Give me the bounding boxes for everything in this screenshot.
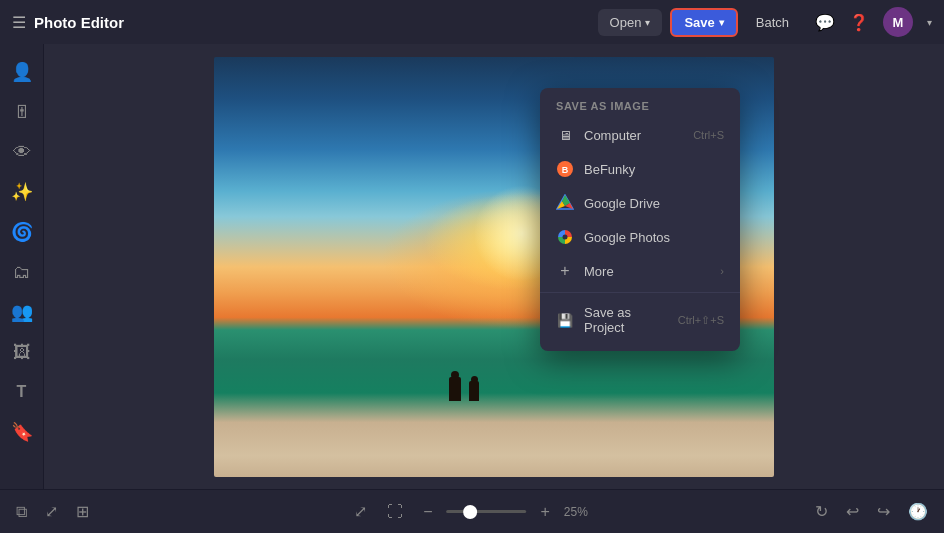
save-more-label: More bbox=[584, 264, 614, 279]
open-chevron-icon: ▾ bbox=[645, 17, 650, 28]
save-label: Save bbox=[684, 15, 714, 30]
sidebar-item-sliders[interactable]: 🎚 bbox=[4, 94, 40, 130]
help-icon[interactable]: ❓ bbox=[849, 13, 869, 32]
gdrive-icon bbox=[556, 194, 574, 212]
open-label: Open bbox=[610, 15, 642, 30]
sidebar-item-frame[interactable]: 🖼 bbox=[4, 334, 40, 370]
save-befunky-item[interactable]: B BeFunky bbox=[540, 152, 740, 186]
plus-icon: + bbox=[556, 262, 574, 280]
grid-icon[interactable]: ⊞ bbox=[72, 498, 93, 525]
save-gphotos-item[interactable]: Google Photos bbox=[540, 220, 740, 254]
save-more-item[interactable]: + More › bbox=[540, 254, 740, 288]
monitor-icon: 🖥 bbox=[556, 126, 574, 144]
gphotos-icon bbox=[556, 228, 574, 246]
zoom-fullscreen-icon[interactable]: ⛶ bbox=[381, 501, 409, 523]
save-gphotos-label: Google Photos bbox=[584, 230, 670, 245]
save-project-icon: 💾 bbox=[556, 311, 574, 329]
hamburger-icon[interactable]: ☰ bbox=[12, 13, 26, 32]
save-befunky-label: BeFunky bbox=[584, 162, 635, 177]
crop-icon[interactable]: ⤢ bbox=[41, 498, 62, 525]
save-button[interactable]: Save ▾ bbox=[670, 8, 737, 37]
save-gdrive-item[interactable]: Google Drive bbox=[540, 186, 740, 220]
avatar[interactable]: M bbox=[883, 7, 913, 37]
bottom-bar: ⧉ ⤢ ⊞ ⤢ ⛶ − + 25% ↻ ↩ ↪ 🕐 bbox=[0, 489, 944, 533]
befunky-icon: B bbox=[556, 160, 574, 178]
svg-point-6 bbox=[563, 235, 568, 240]
more-chevron-icon: › bbox=[720, 265, 724, 277]
history-icon[interactable]: 🕐 bbox=[904, 498, 932, 525]
couple-silhouette bbox=[449, 371, 479, 401]
save-project-shortcut: Ctrl+⇧+S bbox=[678, 314, 724, 327]
refresh-icon[interactable]: ↻ bbox=[811, 498, 832, 525]
person2 bbox=[469, 376, 479, 401]
save-computer-label: Computer bbox=[584, 128, 641, 143]
avatar-dropdown-icon[interactable]: ▾ bbox=[927, 17, 932, 28]
bottom-right-tools: ↻ ↩ ↪ 🕐 bbox=[811, 498, 932, 525]
save-dropdown-menu: Save as Image 🖥 Computer Ctrl+S B BeFunk… bbox=[540, 88, 740, 351]
sidebar-item-person[interactable]: 👤 bbox=[4, 54, 40, 90]
person1 bbox=[449, 371, 461, 401]
sidebar: 👤 🎚 👁 ✨ 🌀 🗂 👥 🖼 T 🔖 bbox=[0, 44, 44, 489]
redo-icon[interactable]: ↪ bbox=[873, 498, 894, 525]
layers-bottom-icon[interactable]: ⧉ bbox=[12, 499, 31, 525]
sidebar-item-sparkle[interactable]: ✨ bbox=[4, 174, 40, 210]
svg-text:B: B bbox=[562, 165, 569, 175]
dropdown-section-title: Save as Image bbox=[540, 96, 740, 118]
header-left: ☰ Photo Editor bbox=[12, 13, 124, 32]
batch-label: Batch bbox=[756, 15, 789, 30]
canvas-area: Save as Image 🖥 Computer Ctrl+S B BeFunk… bbox=[44, 44, 944, 489]
header: ☰ Photo Editor Open ▾ Save ▾ Batch 💬 ❓ M… bbox=[0, 0, 944, 44]
app-title: Photo Editor bbox=[34, 14, 124, 31]
chat-icon[interactable]: 💬 bbox=[815, 13, 835, 32]
save-project-item[interactable]: 💾 Save as Project Ctrl+⇧+S bbox=[540, 297, 740, 343]
save-computer-shortcut: Ctrl+S bbox=[693, 129, 724, 141]
header-icons: 💬 ❓ M ▾ bbox=[815, 7, 932, 37]
dropdown-divider bbox=[540, 292, 740, 293]
zoom-percentage: 25% bbox=[564, 505, 596, 519]
sidebar-item-eye[interactable]: 👁 bbox=[4, 134, 40, 170]
open-button[interactable]: Open ▾ bbox=[598, 9, 663, 36]
undo-icon[interactable]: ↩ bbox=[842, 498, 863, 525]
save-project-label: Save as Project bbox=[584, 305, 668, 335]
zoom-in-button[interactable]: + bbox=[535, 501, 556, 523]
avatar-initials: M bbox=[893, 15, 904, 30]
zoom-fit-icon[interactable]: ⤢ bbox=[348, 500, 373, 523]
save-chevron-icon: ▾ bbox=[719, 17, 724, 28]
sidebar-item-stamp[interactable]: 🔖 bbox=[4, 414, 40, 450]
bottom-left-tools: ⧉ ⤢ ⊞ bbox=[12, 498, 93, 525]
batch-button[interactable]: Batch bbox=[746, 9, 799, 36]
sidebar-item-effect[interactable]: 🌀 bbox=[4, 214, 40, 250]
sidebar-item-text[interactable]: T bbox=[4, 374, 40, 410]
zoom-controls: ⤢ ⛶ − + 25% bbox=[348, 500, 596, 523]
main-area: 👤 🎚 👁 ✨ 🌀 🗂 👥 🖼 T 🔖 bbox=[0, 44, 944, 489]
header-actions: Open ▾ Save ▾ Batch 💬 ❓ M ▾ bbox=[598, 7, 932, 37]
save-gdrive-label: Google Drive bbox=[584, 196, 660, 211]
save-computer-item[interactable]: 🖥 Computer Ctrl+S bbox=[540, 118, 740, 152]
zoom-out-button[interactable]: − bbox=[417, 501, 438, 523]
sidebar-item-layers[interactable]: 🗂 bbox=[4, 254, 40, 290]
sidebar-item-group[interactable]: 👥 bbox=[4, 294, 40, 330]
zoom-slider[interactable] bbox=[447, 510, 527, 513]
